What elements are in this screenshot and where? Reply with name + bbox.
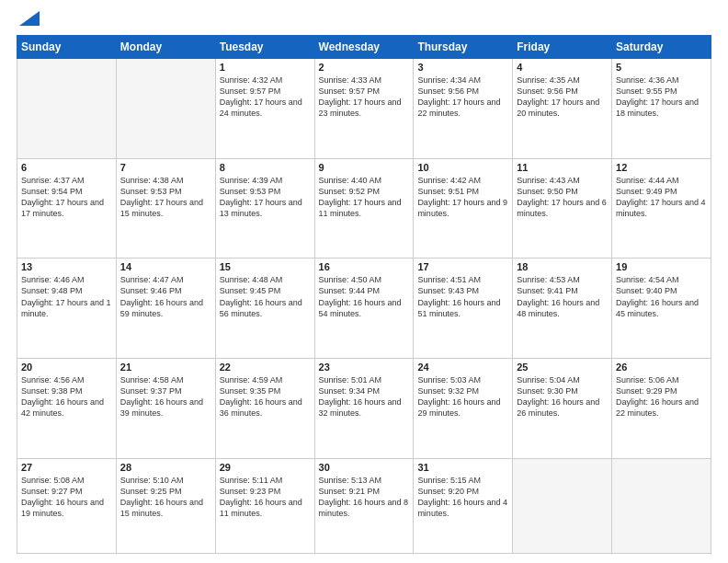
- calendar-week-row: 6Sunrise: 4:37 AMSunset: 9:54 PMDaylight…: [17, 158, 711, 259]
- day-info: Sunrise: 4:46 AMSunset: 9:48 PMDaylight:…: [21, 274, 112, 319]
- svg-marker-0: [19, 11, 40, 26]
- day-number: 26: [616, 362, 707, 373]
- day-number: 25: [517, 362, 608, 373]
- day-number: 15: [220, 261, 311, 272]
- day-number: 5: [616, 62, 707, 73]
- table-row: 21Sunrise: 4:58 AMSunset: 9:37 PMDayligh…: [116, 358, 215, 458]
- day-number: 13: [21, 261, 112, 272]
- day-info: Sunrise: 4:53 AMSunset: 9:41 PMDaylight:…: [517, 274, 608, 319]
- day-number: 11: [517, 162, 608, 173]
- day-info: Sunrise: 4:35 AMSunset: 9:56 PMDaylight:…: [517, 75, 608, 120]
- table-row: 14Sunrise: 4:47 AMSunset: 9:46 PMDayligh…: [116, 259, 215, 359]
- day-info: Sunrise: 5:10 AMSunset: 9:25 PMDaylight:…: [120, 475, 211, 520]
- day-number: 3: [417, 62, 508, 73]
- day-info: Sunrise: 4:56 AMSunset: 9:38 PMDaylight:…: [21, 374, 112, 419]
- table-row: 7Sunrise: 4:38 AMSunset: 9:53 PMDaylight…: [116, 158, 215, 259]
- day-info: Sunrise: 4:32 AMSunset: 9:57 PMDaylight:…: [220, 75, 311, 120]
- day-info: Sunrise: 4:37 AMSunset: 9:54 PMDaylight:…: [21, 175, 112, 220]
- day-number: 12: [616, 162, 707, 173]
- calendar-header-monday: Monday: [116, 36, 215, 59]
- header: [17, 17, 711, 26]
- table-row: 15Sunrise: 4:48 AMSunset: 9:45 PMDayligh…: [215, 259, 314, 359]
- day-info: Sunrise: 4:36 AMSunset: 9:55 PMDaylight:…: [616, 75, 707, 120]
- calendar-week-row: 13Sunrise: 4:46 AMSunset: 9:48 PMDayligh…: [17, 259, 711, 359]
- day-info: Sunrise: 5:15 AMSunset: 9:20 PMDaylight:…: [417, 475, 508, 520]
- logo: [17, 17, 40, 26]
- table-row: 4Sunrise: 4:35 AMSunset: 9:56 PMDaylight…: [513, 59, 612, 159]
- day-info: Sunrise: 5:06 AMSunset: 9:29 PMDaylight:…: [616, 374, 707, 419]
- day-number: 24: [417, 362, 508, 373]
- table-row: 20Sunrise: 4:56 AMSunset: 9:38 PMDayligh…: [17, 358, 117, 458]
- calendar-header-tuesday: Tuesday: [215, 36, 314, 59]
- day-info: Sunrise: 5:11 AMSunset: 9:23 PMDaylight:…: [220, 475, 311, 520]
- calendar-header-friday: Friday: [513, 36, 612, 59]
- calendar-header-thursday: Thursday: [414, 36, 513, 59]
- day-number: 21: [120, 362, 211, 373]
- day-number: 7: [120, 162, 211, 173]
- table-row: 1Sunrise: 4:32 AMSunset: 9:57 PMDaylight…: [215, 59, 314, 159]
- day-number: 22: [220, 362, 311, 373]
- day-number: 30: [319, 462, 410, 473]
- table-row: 12Sunrise: 4:44 AMSunset: 9:49 PMDayligh…: [612, 158, 711, 259]
- day-number: 20: [21, 362, 112, 373]
- day-number: 9: [319, 162, 410, 173]
- day-info: Sunrise: 4:50 AMSunset: 9:44 PMDaylight:…: [319, 274, 410, 319]
- day-info: Sunrise: 5:08 AMSunset: 9:27 PMDaylight:…: [21, 475, 112, 520]
- calendar-header-saturday: Saturday: [612, 36, 711, 59]
- table-row: 11Sunrise: 4:43 AMSunset: 9:50 PMDayligh…: [513, 158, 612, 259]
- day-info: Sunrise: 4:39 AMSunset: 9:53 PMDaylight:…: [220, 175, 311, 220]
- day-info: Sunrise: 4:47 AMSunset: 9:46 PMDaylight:…: [120, 274, 211, 319]
- table-row: 24Sunrise: 5:03 AMSunset: 9:32 PMDayligh…: [414, 358, 513, 458]
- table-row: [612, 458, 711, 553]
- calendar-table: SundayMondayTuesdayWednesdayThursdayFrid…: [17, 35, 711, 554]
- table-row: 29Sunrise: 5:11 AMSunset: 9:23 PMDayligh…: [215, 458, 314, 553]
- day-info: Sunrise: 4:51 AMSunset: 9:43 PMDaylight:…: [417, 274, 508, 319]
- day-number: 17: [417, 261, 508, 272]
- table-row: 22Sunrise: 4:59 AMSunset: 9:35 PMDayligh…: [215, 358, 314, 458]
- table-row: 8Sunrise: 4:39 AMSunset: 9:53 PMDaylight…: [215, 158, 314, 259]
- table-row: [513, 458, 612, 553]
- day-info: Sunrise: 4:33 AMSunset: 9:57 PMDaylight:…: [319, 75, 410, 120]
- day-number: 8: [220, 162, 311, 173]
- table-row: 13Sunrise: 4:46 AMSunset: 9:48 PMDayligh…: [17, 259, 117, 359]
- day-number: 29: [220, 462, 311, 473]
- table-row: 16Sunrise: 4:50 AMSunset: 9:44 PMDayligh…: [314, 259, 414, 359]
- calendar-week-row: 20Sunrise: 4:56 AMSunset: 9:38 PMDayligh…: [17, 358, 711, 458]
- day-number: 10: [417, 162, 508, 173]
- calendar-week-row: 1Sunrise: 4:32 AMSunset: 9:57 PMDaylight…: [17, 59, 711, 159]
- day-number: 28: [120, 462, 211, 473]
- day-info: Sunrise: 4:34 AMSunset: 9:56 PMDaylight:…: [417, 75, 508, 120]
- table-row: 31Sunrise: 5:15 AMSunset: 9:20 PMDayligh…: [414, 458, 513, 553]
- day-info: Sunrise: 4:58 AMSunset: 9:37 PMDaylight:…: [120, 374, 211, 419]
- day-number: 6: [21, 162, 112, 173]
- day-number: 1: [220, 62, 311, 73]
- day-info: Sunrise: 4:43 AMSunset: 9:50 PMDaylight:…: [517, 175, 608, 220]
- day-info: Sunrise: 4:48 AMSunset: 9:45 PMDaylight:…: [220, 274, 311, 319]
- day-number: 31: [417, 462, 508, 473]
- table-row: 17Sunrise: 4:51 AMSunset: 9:43 PMDayligh…: [414, 259, 513, 359]
- day-info: Sunrise: 5:04 AMSunset: 9:30 PMDaylight:…: [517, 374, 608, 419]
- day-info: Sunrise: 5:13 AMSunset: 9:21 PMDaylight:…: [319, 475, 410, 520]
- logo-icon: [19, 11, 40, 26]
- table-row: 26Sunrise: 5:06 AMSunset: 9:29 PMDayligh…: [612, 358, 711, 458]
- day-info: Sunrise: 4:42 AMSunset: 9:51 PMDaylight:…: [417, 175, 508, 220]
- table-row: 28Sunrise: 5:10 AMSunset: 9:25 PMDayligh…: [116, 458, 215, 553]
- table-row: 10Sunrise: 4:42 AMSunset: 9:51 PMDayligh…: [414, 158, 513, 259]
- calendar-header-sunday: Sunday: [17, 36, 117, 59]
- table-row: 19Sunrise: 4:54 AMSunset: 9:40 PMDayligh…: [612, 259, 711, 359]
- day-number: 19: [616, 261, 707, 272]
- calendar-week-row: 27Sunrise: 5:08 AMSunset: 9:27 PMDayligh…: [17, 458, 711, 553]
- table-row: 23Sunrise: 5:01 AMSunset: 9:34 PMDayligh…: [314, 358, 414, 458]
- day-number: 4: [517, 62, 608, 73]
- table-row: [116, 59, 215, 159]
- day-number: 2: [319, 62, 410, 73]
- day-number: 14: [120, 261, 211, 272]
- calendar-header-row: SundayMondayTuesdayWednesdayThursdayFrid…: [17, 36, 711, 59]
- table-row: 5Sunrise: 4:36 AMSunset: 9:55 PMDaylight…: [612, 59, 711, 159]
- table-row: 2Sunrise: 4:33 AMSunset: 9:57 PMDaylight…: [314, 59, 414, 159]
- day-info: Sunrise: 5:01 AMSunset: 9:34 PMDaylight:…: [319, 374, 410, 419]
- page: SundayMondayTuesdayWednesdayThursdayFrid…: [0, 0, 728, 563]
- day-number: 27: [21, 462, 112, 473]
- calendar-header-wednesday: Wednesday: [314, 36, 414, 59]
- day-number: 18: [517, 261, 608, 272]
